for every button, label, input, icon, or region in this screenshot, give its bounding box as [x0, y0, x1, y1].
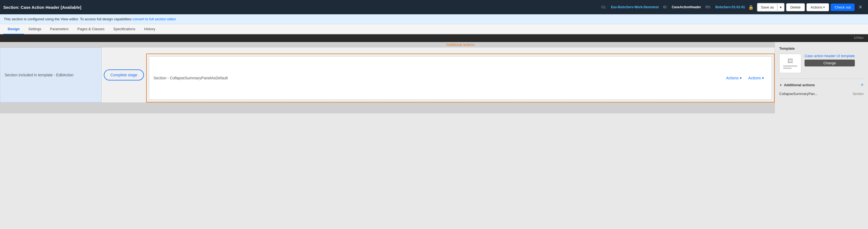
change-button[interactable]: Change [805, 60, 855, 66]
save-as-caret-button[interactable]: ▾ [777, 3, 784, 11]
edit-action-text: Section included in template - EditActio… [5, 73, 73, 77]
collapse-summary-text: Section - CollapseSummaryPanelAsDefault [154, 76, 723, 80]
additional-actions-section: Section - CollapseSummaryPanelAsDefault … [146, 54, 775, 102]
lock-icon: 🔒 [748, 5, 754, 10]
actions-button-1[interactable]: Actions ▾ [723, 74, 745, 82]
image-icon: 🖼 [787, 58, 793, 64]
template-section-title: Template [779, 46, 864, 51]
convert-link[interactable]: convert to full section editor [133, 17, 176, 21]
thumb-lines [783, 65, 797, 69]
panel-item: CollapseSummaryPan... Section [779, 91, 864, 97]
ruler-ticks: // This is inline SVG, we'll use CSS ins… [0, 34, 868, 42]
header-bar: Section: Case Action Header [Available] … [0, 0, 868, 14]
rs-label: RS: [705, 5, 711, 9]
tab-specifications[interactable]: Specifications [109, 24, 140, 34]
right-panel: Template 🖼 Case action header UI templat… [775, 42, 868, 113]
header-actions: 🔒 Save as ▾ Delete Actions ▾ Check out ✕ [748, 3, 865, 11]
tab-history[interactable]: History [140, 24, 160, 34]
chevron-icon: ▼ [779, 84, 782, 87]
info-bar: This section is configured using the Vie… [0, 14, 868, 24]
panel-additional-actions-header: ▼ Additional actions + [779, 82, 864, 88]
additional-actions-panel-label: Additional actions [784, 83, 815, 87]
info-text: This section is configured using the Vie… [4, 17, 133, 21]
rs-value: BobsServ:01-01-01 [715, 5, 745, 9]
caret-icon-1: ▾ [740, 76, 742, 80]
thumb-line-2 [783, 68, 792, 69]
caret-icon: ▾ [823, 5, 825, 9]
additional-actions-container: Additional actions Section - CollapseSum… [146, 47, 775, 102]
close-button[interactable]: ✕ [856, 3, 865, 11]
checkout-button[interactable]: Check out [831, 4, 855, 11]
save-as-button[interactable]: Save as [757, 3, 777, 11]
additional-actions-inner: Section - CollapseSummaryPanelAsDefault … [149, 56, 772, 100]
id-label: ID: [663, 5, 667, 9]
template-link[interactable]: Case action header UI template [805, 54, 855, 58]
tab-design[interactable]: Design [3, 24, 24, 34]
header-meta: CL: Eas-BobsServ-Work-Demotest ID: CaseA… [601, 5, 745, 9]
template-info: Case action header UI template Change [805, 54, 855, 66]
additional-actions-label: Additional actions [446, 42, 474, 47]
save-as-group: Save as ▾ [757, 3, 784, 11]
ruler-px-label: 1240px [854, 36, 864, 39]
tab-parameters[interactable]: Parameters [45, 24, 73, 34]
plus-icon[interactable]: + [861, 82, 864, 88]
actions-button-2[interactable]: Actions ▾ [745, 74, 767, 82]
panel-item-type: Section [852, 92, 864, 96]
caret-icon-2: ▾ [762, 76, 764, 80]
id-value: CaseActionHeader [672, 5, 701, 9]
panel-additional-actions-title: ▼ Additional actions [779, 83, 815, 87]
tab-settings[interactable]: Settings [24, 24, 45, 34]
edit-action-block: Section included in template - EditActio… [0, 47, 102, 102]
cl-value: Eas-BobsServ-Work-Demotest [611, 5, 659, 9]
template-container: 🖼 Case action header UI template Change [779, 54, 864, 73]
page-title: Section: Case Action Header [Available] [3, 5, 598, 10]
actions-button[interactable]: Actions ▾ [806, 3, 829, 11]
complete-stage-button[interactable]: Complete stage [104, 69, 144, 80]
tab-pages-classes[interactable]: Pages & Classes [73, 24, 109, 34]
delete-button[interactable]: Delete [786, 3, 805, 11]
canvas-area: Section included in template - EditActio… [0, 42, 775, 113]
chevron-down-icon: ▾ [780, 5, 782, 9]
design-area: Section included in template - EditActio… [0, 42, 868, 113]
ruler: // This is inline SVG, we'll use CSS ins… [0, 34, 868, 42]
panel-additional-actions: ▼ Additional actions + CollapseSummaryPa… [779, 78, 864, 97]
tab-bar: Design Settings Parameters Pages & Class… [0, 24, 868, 34]
thumb-line-1 [783, 65, 797, 67]
panel-item-name: CollapseSummaryPan... [779, 92, 818, 96]
cl-label: CL: [601, 5, 607, 9]
canvas-row: Section included in template - EditActio… [0, 47, 775, 102]
template-thumbnail: 🖼 [779, 54, 801, 73]
